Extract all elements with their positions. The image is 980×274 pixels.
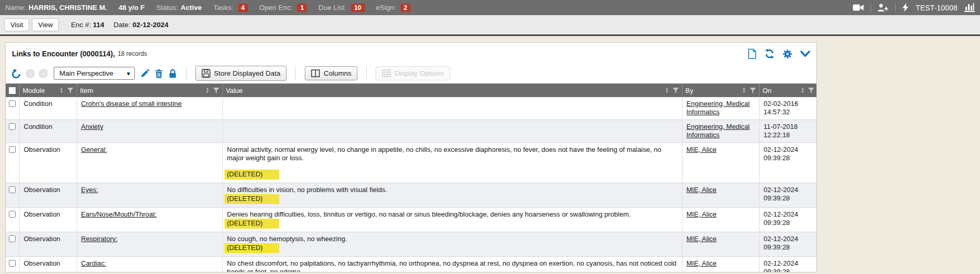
- item-cell: General:: [77, 143, 222, 183]
- deleted-highlight: (DELETED): [225, 170, 280, 180]
- by-cell: MIE, Alice: [682, 232, 759, 257]
- row-checkbox-cell: [6, 232, 19, 257]
- module-cell: Condition: [19, 97, 77, 120]
- row-checkbox[interactable]: [9, 100, 16, 107]
- visit-button[interactable]: Visit: [4, 18, 29, 31]
- on-timestamp: 02-02-2016 14:57:32: [764, 100, 799, 116]
- refresh-icon[interactable]: [764, 49, 775, 59]
- item-link[interactable]: General:: [81, 146, 107, 153]
- row-checkbox[interactable]: [9, 186, 16, 193]
- deleted-highlight: (DELETED): [225, 219, 280, 229]
- row-checkbox-cell: [6, 257, 19, 273]
- gear-icon[interactable]: [783, 49, 792, 59]
- by-link[interactable]: MIE, Alice: [687, 235, 717, 243]
- table-body: Condition Crohn's disease of small intes…: [6, 97, 817, 272]
- columns-button[interactable]: Columns: [305, 66, 357, 80]
- esign-badge[interactable]: 2: [401, 4, 411, 12]
- on-cell: 02-12-2024 09:39:28: [759, 257, 817, 273]
- sort-icon[interactable]: ▲▼: [206, 87, 209, 93]
- by-link[interactable]: MIE, Alice: [687, 210, 717, 218]
- deleted-highlight: (DELETED): [225, 243, 280, 253]
- module-cell: Observation: [19, 232, 77, 257]
- divider: [186, 66, 187, 81]
- on-cell: 02-12-2024 09:39:28: [759, 143, 817, 183]
- enc-number-value: 114: [93, 21, 104, 29]
- row-checkbox-cell: [6, 97, 19, 120]
- on-timestamp: 02-12-2024 09:39:28: [764, 235, 799, 251]
- lock-perspective-icon[interactable]: [168, 69, 177, 78]
- filter-icon[interactable]: [750, 88, 756, 93]
- by-link[interactable]: MIE, Alice: [687, 259, 717, 267]
- sort-icon[interactable]: ▲▼: [742, 87, 746, 93]
- row-checkbox[interactable]: [9, 123, 16, 130]
- column-header-on: On: [763, 87, 799, 94]
- table-row: Observation Ears/Nose/Mouth/Throat: Deni…: [6, 208, 817, 232]
- item-link[interactable]: Crohn's disease of small intestine: [81, 100, 182, 108]
- tasks-badge[interactable]: 4: [238, 4, 248, 12]
- value-text: Denies hearing difficulties, loss, tinni…: [227, 210, 678, 219]
- store-displayed-data-button[interactable]: Store Displayed Data: [195, 66, 287, 81]
- enc-number-label: Enc #:: [71, 21, 91, 29]
- by-link[interactable]: Engineering, Medical Informatics: [687, 100, 750, 116]
- filter-icon[interactable]: [673, 88, 679, 93]
- patient-name: HARRIS, CHRISTINE M.: [29, 4, 107, 11]
- by-link[interactable]: Engineering, Medical Informatics: [687, 123, 750, 139]
- delete-perspective-icon[interactable]: [155, 69, 163, 78]
- deleted-line: (DELETED): [227, 243, 678, 253]
- lightning-icon[interactable]: [902, 3, 909, 12]
- deleted-highlight: (DELETED): [225, 194, 280, 204]
- item-cell: Crohn's disease of small intestine: [77, 97, 222, 120]
- item-link[interactable]: Anxiety: [81, 123, 104, 130]
- item-link[interactable]: Respiratory:: [81, 235, 118, 243]
- filter-icon[interactable]: [213, 88, 219, 93]
- on-timestamp: 02-12-2024 09:39:28: [764, 186, 799, 202]
- table-row: Condition Crohn's disease of small intes…: [6, 97, 817, 120]
- grid-toolbar: ‹ › Main Perspective ▾ Store Displayed D…: [6, 64, 816, 84]
- column-header-item: Item: [80, 87, 204, 94]
- on-cell: 02-02-2016 14:57:32: [759, 97, 817, 120]
- table-row: Observation Respiratory: No cough, no he…: [6, 232, 817, 257]
- view-button[interactable]: View: [32, 18, 59, 31]
- reset-view-icon[interactable]: [11, 68, 22, 79]
- select-all-checkbox[interactable]: [9, 87, 16, 94]
- item-link[interactable]: Cardiac:: [81, 259, 106, 267]
- row-checkbox[interactable]: [9, 211, 16, 218]
- row-checkbox[interactable]: [9, 146, 16, 153]
- edit-perspective-icon[interactable]: [140, 69, 150, 78]
- divider: [295, 66, 296, 81]
- filter-icon[interactable]: [808, 88, 814, 93]
- open-enc-badge[interactable]: 1: [297, 4, 307, 12]
- chart-icon[interactable]: [964, 3, 975, 12]
- item-link[interactable]: Ears/Nose/Mouth/Throat:: [81, 210, 157, 218]
- row-checkbox[interactable]: [9, 235, 16, 242]
- sort-icon[interactable]: ▲▼: [60, 87, 64, 93]
- module-label: Observation: [24, 259, 60, 267]
- module-cell: Observation: [19, 183, 77, 208]
- due-list-badge[interactable]: 10: [351, 4, 365, 12]
- item-cell: Anxiety: [77, 120, 222, 143]
- item-cell: Respiratory:: [77, 232, 222, 257]
- esign-label: eSign:: [376, 4, 396, 11]
- table-row: Observation Cardiac: No chest discomfort…: [6, 257, 817, 273]
- columns-label: Columns: [324, 69, 351, 77]
- sort-icon[interactable]: ▲▼: [665, 87, 669, 93]
- user-add-icon[interactable]: [878, 4, 888, 12]
- by-link[interactable]: MIE, Alice: [687, 186, 717, 194]
- display-options-button: Display Options: [376, 66, 450, 80]
- chevron-down-icon[interactable]: [800, 50, 810, 57]
- item-link[interactable]: Eyes:: [81, 186, 98, 194]
- by-link[interactable]: MIE, Alice: [687, 146, 717, 153]
- on-timestamp: 02-12-2024 09:39:28: [764, 146, 799, 162]
- row-checkbox[interactable]: [9, 260, 16, 267]
- panel-header: Links to Encounter (0000114), 18 records: [6, 43, 816, 64]
- by-cell: Engineering, Medical Informatics: [682, 120, 759, 143]
- value-cell: Denies hearing difficulties, loss, tinni…: [222, 208, 682, 232]
- divider: [871, 3, 871, 12]
- perspective-select[interactable]: Main Perspective ▾: [54, 67, 135, 80]
- filter-icon[interactable]: [67, 88, 73, 93]
- sort-icon[interactable]: ▲▼: [801, 87, 804, 93]
- new-document-icon[interactable]: [748, 49, 756, 59]
- patient-bar: Name: HARRIS, CHRISTINE M. 48 y/o F Stat…: [0, 0, 980, 15]
- value-cell: No chest discomfort, no palpitations, no…: [222, 257, 682, 273]
- video-camera-icon[interactable]: [853, 4, 864, 11]
